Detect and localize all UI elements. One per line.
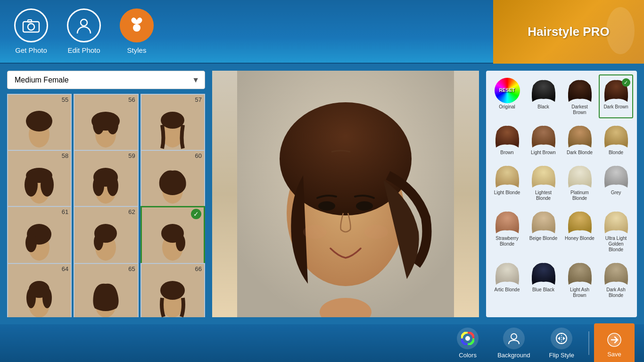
background-label: Background xyxy=(497,352,530,359)
color-label-lightest-blonde: Lightest Blonde xyxy=(528,190,559,201)
color-cell-dark-blonde[interactable]: Dark Blonde xyxy=(562,120,597,158)
hair-shape-dark-blonde xyxy=(565,124,595,148)
hair-shape-grey xyxy=(601,164,631,189)
hair-shape-lightest-blonde xyxy=(528,164,559,189)
svg-point-8 xyxy=(29,114,50,131)
color-cell-light-brown[interactable]: Light Brown xyxy=(526,120,561,158)
svg-point-17 xyxy=(25,173,38,197)
color-swatch-dark-blonde xyxy=(565,123,595,149)
style-dropdown-wrapper[interactable]: Medium Female ▼ xyxy=(7,71,205,89)
styles-label: Styles xyxy=(127,46,147,54)
colors-icon xyxy=(457,328,479,349)
style-cell-65[interactable]: 65 xyxy=(74,263,138,317)
color-swatch-dark-ash-blonde xyxy=(601,260,631,286)
color-label-platinum-blonde: Platinum Blonde xyxy=(564,190,595,201)
hair-shape-light-ash-brown xyxy=(565,261,595,286)
save-label: Save xyxy=(607,351,621,358)
face-svg-60 xyxy=(155,167,190,209)
svg-point-5 xyxy=(606,7,635,54)
color-cell-brown[interactable]: Brown xyxy=(490,120,524,158)
color-label-blonde: Blonde xyxy=(609,150,623,156)
person-icon xyxy=(75,16,93,34)
header: Get Photo Edit Photo Styles Hairstyle PR… xyxy=(0,0,644,64)
style-cell-66[interactable]: 66 xyxy=(140,263,205,317)
color-label-dark-ash-blonde: Dark Ash Blonde xyxy=(601,287,631,298)
save-icon xyxy=(603,329,625,351)
svg-point-50 xyxy=(465,336,470,341)
color-label-strawberry-blonde: Strawberry Blonde xyxy=(492,236,522,247)
hair-shape-blonde xyxy=(601,124,631,148)
color-swatch-blue-black xyxy=(528,260,559,286)
save-arrow-icon xyxy=(607,332,622,347)
color-swatch-light-brown xyxy=(528,123,559,149)
svg-point-3 xyxy=(81,19,87,26)
style-num-57: 57 xyxy=(195,96,202,103)
svg-point-21 xyxy=(93,175,104,196)
svg-point-18 xyxy=(41,173,54,197)
style-cell-64[interactable]: 64 xyxy=(7,263,72,317)
svg-point-32 xyxy=(176,234,185,251)
camera-icon xyxy=(22,18,40,33)
color-label-ultra-light-golden-blonde: Ultra Light Golden Blonde xyxy=(601,236,631,253)
flip-style-label: Flip Style xyxy=(549,352,574,359)
color-swatch-lightest-blonde xyxy=(528,163,559,189)
color-cell-light-ash-brown[interactable]: Light Ash Brown xyxy=(562,257,597,301)
nav-edit-photo[interactable]: Edit Photo xyxy=(67,8,101,54)
color-swatch-light-ash-brown xyxy=(565,260,595,286)
svg-point-1 xyxy=(28,24,34,30)
get-photo-icon-circle xyxy=(14,8,48,42)
svg-point-11 xyxy=(93,115,104,134)
color-grid: RESET Original Black xyxy=(490,74,633,301)
color-cell-blonde[interactable]: Blonde xyxy=(599,120,633,158)
nav-bar: Get Photo Edit Photo Styles xyxy=(14,8,154,54)
flip-icon xyxy=(555,332,568,345)
color-label-light-ash-brown: Light Ash Brown xyxy=(564,287,595,298)
color-swatch-black xyxy=(528,77,559,103)
color-cell-black[interactable]: Black xyxy=(526,74,561,118)
color-cell-darkest-brown[interactable]: Darkest Brown xyxy=(562,74,597,118)
face-svg-63 xyxy=(155,223,190,265)
face-svg-59 xyxy=(88,167,124,209)
color-label-darkest-brown: Darkest Brown xyxy=(564,104,595,115)
color-cell-dark-brown[interactable]: ✓ Dark Brown xyxy=(599,74,633,118)
color-swatch-dark-brown: ✓ xyxy=(601,77,631,103)
photo-preview-panel xyxy=(212,71,479,317)
color-cell-light-blonde[interactable]: Light Blonde xyxy=(490,160,524,204)
svg-point-47 xyxy=(303,225,327,239)
color-cell-grey[interactable]: Grey xyxy=(599,160,633,204)
color-cell-blue-black[interactable]: Blue Black xyxy=(526,257,561,301)
color-cell-ultra-light-golden-blonde[interactable]: Ultra Light Golden Blonde xyxy=(599,206,633,255)
color-cell-dark-ash-blonde[interactable]: Dark Ash Blonde xyxy=(599,257,633,301)
color-cell-platinum-blonde[interactable]: Platinum Blonde xyxy=(562,160,597,204)
face-svg-64 xyxy=(22,280,57,317)
color-cell-original[interactable]: RESET Original xyxy=(490,74,524,118)
toolbar-divider xyxy=(588,331,589,355)
nav-get-photo[interactable]: Get Photo xyxy=(14,8,48,54)
color-swatch-light-blonde xyxy=(492,163,522,189)
save-button[interactable]: Save xyxy=(594,323,635,362)
svg-point-39 xyxy=(160,281,185,300)
svg-point-26 xyxy=(25,233,37,252)
style-category-select[interactable]: Medium Female xyxy=(7,71,205,89)
color-cell-beige-blonde[interactable]: Beige Blonde xyxy=(526,206,561,255)
colors-button[interactable]: Colors xyxy=(447,323,488,362)
hair-shape-beige-blonde xyxy=(528,210,559,234)
color-label-light-blonde: Light Blonde xyxy=(494,190,520,196)
face-svg-62 xyxy=(88,223,124,265)
color-swatch-artic-blonde xyxy=(492,260,522,286)
color-cell-lightest-blonde[interactable]: Lightest Blonde xyxy=(526,160,561,204)
logo-text: Hairstyle PRO xyxy=(528,25,609,39)
background-icon xyxy=(503,328,525,349)
color-cell-artic-blonde[interactable]: Artic Blonde xyxy=(490,257,524,301)
background-button[interactable]: Background xyxy=(488,323,539,362)
hair-shape-ultra-light-golden-blonde xyxy=(601,210,631,234)
color-cell-honey-blonde[interactable]: Honey Blonde xyxy=(562,206,597,255)
color-cell-strawberry-blonde[interactable]: Strawberry Blonde xyxy=(490,206,524,255)
nav-styles[interactable]: Styles xyxy=(120,8,154,54)
edit-photo-icon-circle xyxy=(67,8,101,42)
reset-text: RESET xyxy=(499,88,515,93)
flip-style-button[interactable]: Flip Style xyxy=(540,323,584,362)
svg-point-51 xyxy=(511,334,517,339)
bottom-toolbar: Colors Background Flip Style xyxy=(0,324,644,362)
styles-icon-circle xyxy=(120,8,154,42)
